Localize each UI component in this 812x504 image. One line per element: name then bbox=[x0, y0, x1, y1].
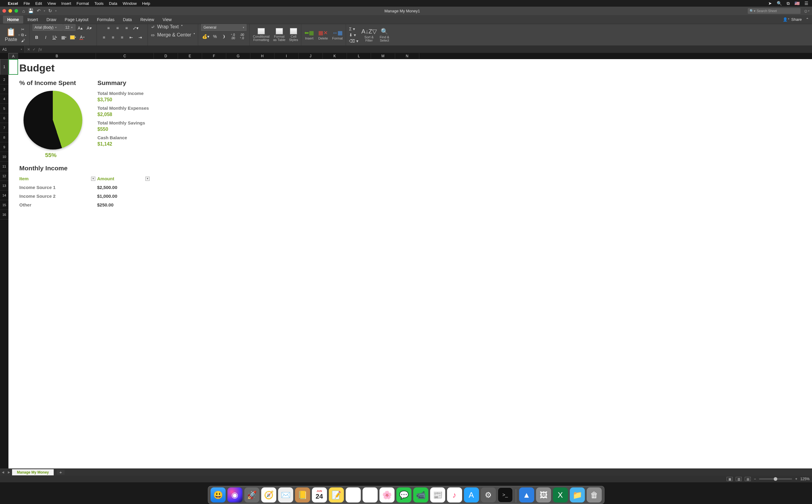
menu-data[interactable]: Data bbox=[109, 1, 117, 6]
view-page-break-icon[interactable]: ▤ bbox=[745, 477, 751, 481]
row-header-15[interactable]: 15 bbox=[0, 200, 8, 210]
filter-icon[interactable]: ▾ bbox=[145, 177, 150, 181]
col-header-e[interactable]: E bbox=[178, 53, 202, 59]
zoom-slider[interactable] bbox=[759, 478, 792, 480]
percent-icon[interactable]: % bbox=[210, 33, 219, 40]
formula-input[interactable] bbox=[44, 46, 812, 53]
autosum-icon[interactable]: Σ ▾ bbox=[349, 27, 358, 31]
format-as-table-button[interactable]: Format as Table bbox=[273, 28, 285, 42]
row-header-4[interactable]: 4 bbox=[0, 94, 8, 104]
share-button[interactable]: 👤⁺ Share ⌃ bbox=[783, 17, 809, 22]
number-format-select[interactable]: General▾ bbox=[201, 24, 246, 31]
col-header-d[interactable]: D bbox=[154, 53, 178, 59]
dock-reminders-icon[interactable]: ▤ bbox=[346, 487, 361, 502]
menu-window[interactable]: Window bbox=[123, 1, 137, 6]
pie-chart[interactable] bbox=[24, 91, 82, 150]
menu-edit[interactable]: Edit bbox=[35, 1, 42, 6]
tab-view[interactable]: View bbox=[158, 16, 176, 24]
row-header-11[interactable]: 11 bbox=[0, 162, 8, 171]
menu-help[interactable]: Help bbox=[142, 1, 150, 6]
conditional-formatting-button[interactable]: Conditional Formatting bbox=[253, 28, 269, 42]
merge-center-button[interactable]: ⬄ Merge & Center ▾ bbox=[151, 32, 195, 38]
orientation-icon[interactable]: ⤢▾ bbox=[131, 24, 140, 32]
row-header-14[interactable]: 14 bbox=[0, 191, 8, 200]
comma-icon[interactable]: ❩ bbox=[219, 33, 228, 40]
dock-safari-icon[interactable]: 🧭 bbox=[261, 487, 276, 502]
font-size-select[interactable]: 12▾ bbox=[63, 24, 75, 31]
filter-icon[interactable]: ▾ bbox=[91, 177, 95, 181]
row-header-6[interactable]: 6 bbox=[0, 113, 8, 123]
control-center-icon[interactable]: ☰ bbox=[804, 1, 808, 6]
row-header-10[interactable]: 10 bbox=[0, 152, 8, 162]
dock-excel-icon[interactable]: X bbox=[553, 487, 568, 502]
increase-decimal-icon[interactable]: ⁺.0.00 bbox=[229, 33, 237, 40]
dock-music-icon[interactable]: ♪ bbox=[447, 487, 462, 502]
name-box[interactable]: A1▾ bbox=[0, 46, 25, 53]
format-painter-icon[interactable]: 🖌 bbox=[21, 38, 26, 43]
dock-preview-icon[interactable]: 🖼 bbox=[536, 487, 551, 502]
dock-calendar-icon[interactable]: JUN24 bbox=[312, 487, 327, 502]
undo-icon[interactable]: ↶ bbox=[37, 8, 41, 14]
dock-finder-icon[interactable]: 😃 bbox=[210, 487, 226, 502]
border-button[interactable]: ▦ ▾ bbox=[60, 33, 68, 41]
menu-format[interactable]: Format bbox=[77, 1, 89, 6]
view-page-layout-icon[interactable]: ▥ bbox=[736, 477, 742, 481]
align-top-icon[interactable]: ≡ bbox=[104, 24, 113, 32]
cut-icon[interactable]: ✂ bbox=[21, 27, 26, 32]
col-header-b[interactable]: B bbox=[18, 53, 96, 59]
sheet-nav-prev[interactable]: ◀ bbox=[0, 471, 6, 474]
col-header-a[interactable]: A bbox=[8, 53, 18, 60]
table-row[interactable]: Income Source 1$2,500.00 bbox=[19, 185, 812, 190]
delete-cells-button[interactable]: ▦✕Delete bbox=[318, 30, 328, 40]
table-row[interactable]: Other$250.00 bbox=[19, 202, 812, 207]
dock-contacts-icon[interactable]: 📒 bbox=[295, 487, 310, 502]
zoom-level[interactable]: 125% bbox=[800, 477, 810, 481]
search-sheet-input[interactable]: 🔍▾ Search Sheet bbox=[748, 8, 801, 14]
dock-maps-icon[interactable]: 🗺 bbox=[362, 487, 377, 502]
cell-grid[interactable]: Budget % of Income Spent 55% Summary Tot… bbox=[8, 59, 812, 468]
fill-color-button[interactable]: ▾ bbox=[69, 33, 77, 41]
mi-col-item[interactable]: Item▾ bbox=[19, 176, 97, 181]
mac-menubar[interactable]: Excel File Edit View Insert Format Tools… bbox=[0, 0, 812, 7]
dock-siri-icon[interactable]: ◉ bbox=[227, 487, 242, 502]
row-header-13[interactable]: 13 bbox=[0, 181, 8, 191]
tab-formulas[interactable]: Formulas bbox=[93, 16, 118, 24]
dock-settings-icon[interactable]: ⚙ bbox=[481, 487, 496, 502]
row-header-3[interactable]: 3 bbox=[0, 84, 8, 94]
col-header-h[interactable]: H bbox=[250, 53, 274, 59]
col-header-g[interactable]: G bbox=[226, 53, 250, 59]
row-header-1[interactable]: 1 bbox=[0, 59, 8, 75]
decrease-indent-icon[interactable]: ⇤ bbox=[127, 33, 135, 41]
feedback-icon[interactable]: ☺ bbox=[804, 8, 808, 14]
menu-insert[interactable]: Insert bbox=[61, 1, 71, 6]
col-header-f[interactable]: F bbox=[202, 53, 226, 59]
decrease-decimal-icon[interactable]: .00⁺.0 bbox=[238, 33, 246, 40]
cell-styles-button[interactable]: Cell Styles bbox=[289, 28, 298, 42]
row-header-8[interactable]: 8 bbox=[0, 133, 8, 142]
find-select-button[interactable]: 🔍Find & Select bbox=[380, 28, 389, 42]
row-header-9[interactable]: 9 bbox=[0, 142, 8, 152]
clear-icon[interactable]: ⌫ ▾ bbox=[349, 39, 358, 43]
window-titlebar[interactable]: ⌂ 💾 ↶▾ ↻ ▾ Manage My Money1 🔍▾ Search Sh… bbox=[0, 7, 812, 15]
col-header-i[interactable]: I bbox=[274, 53, 298, 59]
col-header-c[interactable]: C bbox=[96, 53, 154, 59]
dock-terminal-icon[interactable]: >_ bbox=[498, 487, 513, 502]
align-right-icon[interactable]: ≡ bbox=[118, 33, 126, 41]
align-left-icon[interactable]: ≡ bbox=[100, 33, 108, 41]
align-bottom-icon[interactable]: ≡ bbox=[122, 24, 131, 32]
save-icon[interactable]: 💾 bbox=[28, 8, 34, 14]
view-normal-icon[interactable]: ▦ bbox=[727, 477, 733, 481]
col-header-k[interactable]: K bbox=[323, 53, 347, 59]
decrease-font-icon[interactable]: A▾ bbox=[85, 24, 93, 32]
dock-downloads-icon[interactable]: 📁 bbox=[570, 487, 585, 502]
collapse-ribbon-icon[interactable]: ⌃ bbox=[806, 17, 809, 22]
tab-draw[interactable]: Draw bbox=[42, 16, 61, 24]
currency-icon[interactable]: 💰▾ bbox=[201, 33, 210, 40]
fx-icon[interactable]: ƒx bbox=[38, 47, 42, 52]
sheet-tab[interactable]: Manage My Money bbox=[12, 469, 54, 475]
col-header-m[interactable]: M bbox=[371, 53, 395, 59]
zoom-out-icon[interactable]: − bbox=[754, 477, 756, 481]
underline-button[interactable]: U ▾ bbox=[51, 33, 59, 41]
menu-view[interactable]: View bbox=[47, 1, 56, 6]
fill-icon[interactable]: ⬇ ▾ bbox=[349, 33, 358, 37]
